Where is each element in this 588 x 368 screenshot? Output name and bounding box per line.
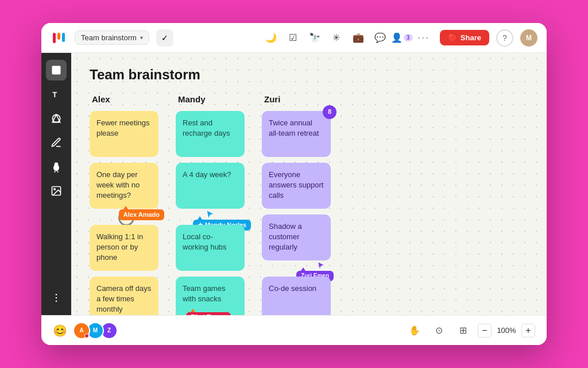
- card-text: Local co-working hubs: [183, 232, 227, 251]
- cursor-alex-amado: Alex Amado: [119, 209, 164, 220]
- card-co-de[interactable]: Co-de session: [262, 277, 331, 315]
- hand-tool-icon[interactable]: ✋: [405, 321, 424, 340]
- card-text: Shadow a customer regularly: [269, 222, 302, 251]
- emoji-button[interactable]: 😊: [53, 324, 67, 338]
- avatar-user-1[interactable]: A: [73, 322, 90, 339]
- canvas-area[interactable]: Team brainstorm Alex Fewer meetings plea…: [71, 53, 547, 315]
- card-text: One day per week with no meetings?: [96, 170, 140, 200]
- chat-icon[interactable]: 💬: [371, 29, 389, 47]
- app-logo: [51, 29, 68, 47]
- help-label: ?: [502, 33, 507, 43]
- binoculars-icon[interactable]: 🔭: [305, 29, 324, 47]
- multiselect-tool-icon[interactable]: ⊞: [454, 321, 472, 340]
- column-cards-mandy: Rest and recharge days A 4 day week? ★ M…: [176, 111, 250, 315]
- card-4day-week[interactable]: A 4 day week? ★ Mandy Norles: [176, 163, 245, 209]
- column-cards-alex: Fewer meetings please One day per week w…: [90, 111, 164, 315]
- svg-marker-17: [207, 210, 214, 217]
- more-options-icon[interactable]: ···: [415, 29, 433, 47]
- briefcase-icon[interactable]: 💼: [349, 29, 368, 47]
- column-cards-zuri: Twice annual all-team retreat 8 Everyone…: [262, 111, 336, 315]
- board-title: Team brainstorm: [90, 67, 528, 83]
- sidebar-icon-llama[interactable]: [46, 156, 67, 177]
- card-camera-off[interactable]: Camera off days a few times monthly: [90, 277, 158, 315]
- column-mandy: Mandy Rest and recharge days A 4 day wee…: [176, 94, 250, 315]
- svg-rect-4: [52, 66, 61, 75]
- card-annual-retreat[interactable]: Twice annual all-team retreat 8: [262, 111, 331, 157]
- user-avatar-top[interactable]: M: [520, 29, 537, 47]
- workspace-selector[interactable]: Team brainstorm ▾: [75, 30, 149, 45]
- avatar-dot-1: [84, 334, 89, 338]
- user-count: 3: [404, 34, 413, 41]
- users-icon[interactable]: 👤3: [393, 29, 411, 47]
- sidebar-icon-more[interactable]: [46, 288, 67, 308]
- svg-rect-2: [57, 33, 60, 40]
- card-coworking[interactable]: Local co-working hubs: [176, 225, 245, 271]
- share-button[interactable]: 🔴 Share: [440, 30, 489, 45]
- retreat-badge: 8: [323, 105, 336, 119]
- zoom-out-button[interactable]: −: [478, 324, 492, 338]
- sidebar-icon-pen[interactable]: [46, 132, 67, 153]
- workspace-name: Team brainstorm: [81, 33, 137, 42]
- sidebar-icon-text[interactable]: T: [46, 84, 67, 105]
- app-window: Team brainstorm ▾ ✓ 🌙 ☑ 🔭 ✳ 💼 💬 👤3 ··· 🔴…: [41, 23, 547, 345]
- column-alex: Alex Fewer meetings please One day per w…: [90, 94, 164, 315]
- svg-point-13: [54, 189, 56, 190]
- zoom-controls: − 100% +: [478, 324, 535, 338]
- card-support-calls[interactable]: Everyone answers support calls: [262, 163, 331, 209]
- card-text: Twice annual all-team retreat: [269, 118, 319, 137]
- svg-marker-18: [318, 262, 323, 269]
- bottom-bar: 😊 A M Z ✋ ⊙ ⊞ − 100% +: [41, 315, 547, 345]
- svg-point-16: [56, 301, 57, 302]
- focus-tool-icon[interactable]: ⊙: [430, 321, 448, 340]
- checklist-icon[interactable]: ☑: [284, 29, 302, 47]
- sidebar-icon-shapes[interactable]: [46, 108, 67, 129]
- columns-wrapper: Alex Fewer meetings please One day per w…: [90, 94, 528, 315]
- avatar-stack: A M Z: [73, 322, 118, 339]
- card-text: A 4 day week?: [183, 170, 231, 179]
- card-text: Team games with snacks: [183, 284, 225, 303]
- card-text: Walking 1:1 in person or by phone: [96, 232, 143, 262]
- help-button[interactable]: ?: [496, 29, 513, 47]
- column-zuri: Zuri Twice annual all-team retreat 8 Eve…: [262, 94, 336, 315]
- cursor-efrat-group: Efrat Turner: [186, 311, 194, 315]
- cursor-icon[interactable]: ✳: [327, 29, 346, 47]
- toolbar-icons: 🌙 ☑ 🔭 ✳ 💼 💬 👤3 ···: [262, 29, 433, 47]
- bottom-right: ✋ ⊙ ⊞ − 100% +: [405, 321, 535, 340]
- main-area: T Team brainstorm: [41, 53, 547, 315]
- timer-icon[interactable]: 🌙: [262, 29, 280, 47]
- card-text: Rest and recharge days: [183, 118, 230, 137]
- column-header-alex: Alex: [90, 94, 164, 104]
- card-shadow-customer[interactable]: Shadow a customer regularly Zuri Emen: [262, 214, 331, 260]
- card-walking[interactable]: Walking 1:1 in person or by phone: [90, 225, 158, 271]
- column-header-zuri: Zuri: [262, 94, 336, 104]
- svg-point-14: [56, 294, 57, 296]
- sidebar-icon-sticky[interactable]: [46, 60, 67, 80]
- card-one-day[interactable]: One day per week with no meetings? 8 Ale…: [90, 163, 158, 209]
- canvas-content: Team brainstorm Alex Fewer meetings plea…: [71, 53, 547, 315]
- bottom-left: 😊 A M Z: [53, 322, 118, 339]
- share-label: Share: [461, 33, 481, 42]
- svg-rect-3: [62, 33, 65, 42]
- sidebar: T: [41, 53, 71, 315]
- card-fewer-meetings[interactable]: Fewer meetings please: [90, 111, 158, 157]
- svg-text:T: T: [52, 90, 57, 99]
- card-text: Everyone answers support calls: [269, 170, 323, 200]
- card-rest-recharge[interactable]: Rest and recharge days: [176, 111, 245, 157]
- sidebar-icon-image[interactable]: [46, 181, 67, 201]
- share-icon: 🔴: [448, 33, 457, 42]
- card-team-games[interactable]: Team games with snacks: [176, 277, 245, 315]
- card-text: Camera off days a few times monthly: [96, 284, 151, 313]
- efrat-turner-label: Efrat Turner: [191, 313, 226, 315]
- svg-point-9: [55, 163, 59, 167]
- card-text: Co-de session: [269, 284, 316, 293]
- svg-rect-1: [53, 33, 56, 43]
- card-text: Fewer meetings please: [96, 118, 149, 137]
- svg-point-6: [52, 114, 60, 122]
- zoom-in-button[interactable]: +: [521, 324, 535, 338]
- check-badge[interactable]: ✓: [156, 29, 173, 47]
- zoom-level: 100%: [495, 326, 518, 335]
- chevron-down-icon: ▾: [140, 34, 143, 41]
- top-bar: Team brainstorm ▾ ✓ 🌙 ☑ 🔭 ✳ 💼 💬 👤3 ··· 🔴…: [41, 23, 547, 53]
- column-header-mandy: Mandy: [176, 94, 250, 104]
- svg-point-15: [56, 297, 57, 299]
